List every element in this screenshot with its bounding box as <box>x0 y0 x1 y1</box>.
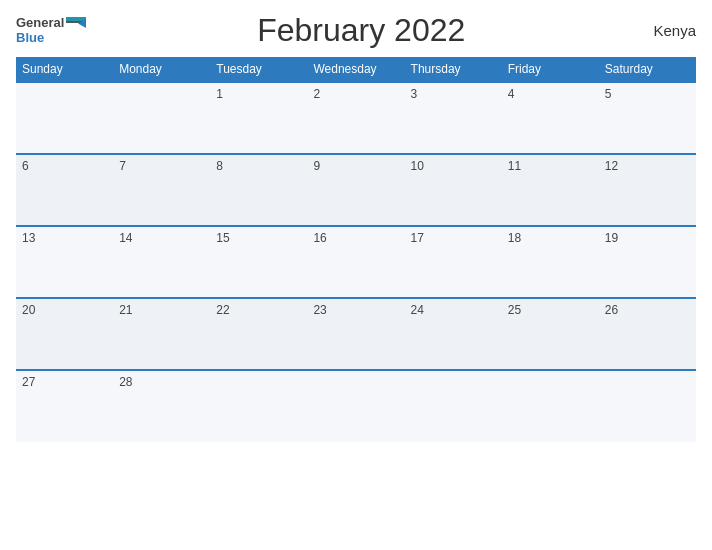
day-number: 28 <box>119 375 132 389</box>
day-number: 12 <box>605 159 618 173</box>
calendar-cell: 28 <box>113 370 210 442</box>
calendar-cell: 17 <box>405 226 502 298</box>
day-number: 23 <box>313 303 326 317</box>
logo-flag-icon <box>66 17 86 30</box>
col-monday: Monday <box>113 57 210 82</box>
col-thursday: Thursday <box>405 57 502 82</box>
calendar-cell: 9 <box>307 154 404 226</box>
calendar-cell: 21 <box>113 298 210 370</box>
day-number: 19 <box>605 231 618 245</box>
calendar-week-row: 6789101112 <box>16 154 696 226</box>
day-number: 4 <box>508 87 515 101</box>
calendar-cell: 27 <box>16 370 113 442</box>
calendar-cell: 4 <box>502 82 599 154</box>
calendar-cell <box>113 82 210 154</box>
calendar-cell: 8 <box>210 154 307 226</box>
weekday-header-row: Sunday Monday Tuesday Wednesday Thursday… <box>16 57 696 82</box>
svg-rect-0 <box>66 17 86 21</box>
calendar-cell <box>210 370 307 442</box>
day-number: 5 <box>605 87 612 101</box>
day-number: 1 <box>216 87 223 101</box>
day-number: 20 <box>22 303 35 317</box>
calendar-cell <box>405 370 502 442</box>
day-number: 22 <box>216 303 229 317</box>
calendar-cell: 6 <box>16 154 113 226</box>
col-wednesday: Wednesday <box>307 57 404 82</box>
calendar-cell: 23 <box>307 298 404 370</box>
calendar-cell: 5 <box>599 82 696 154</box>
calendar-cell <box>307 370 404 442</box>
calendar-cell: 20 <box>16 298 113 370</box>
calendar-cell: 24 <box>405 298 502 370</box>
day-number: 8 <box>216 159 223 173</box>
day-number: 24 <box>411 303 424 317</box>
day-number: 21 <box>119 303 132 317</box>
calendar-cell: 1 <box>210 82 307 154</box>
day-number: 16 <box>313 231 326 245</box>
logo-general-text: General <box>16 16 64 30</box>
calendar-cell: 16 <box>307 226 404 298</box>
calendar-cell <box>599 370 696 442</box>
day-number: 11 <box>508 159 521 173</box>
day-number: 25 <box>508 303 521 317</box>
calendar-week-row: 12345 <box>16 82 696 154</box>
calendar-cell: 22 <box>210 298 307 370</box>
day-number: 3 <box>411 87 418 101</box>
calendar-cell: 13 <box>16 226 113 298</box>
day-number: 17 <box>411 231 424 245</box>
calendar-cell: 2 <box>307 82 404 154</box>
col-friday: Friday <box>502 57 599 82</box>
day-number: 9 <box>313 159 320 173</box>
col-saturday: Saturday <box>599 57 696 82</box>
calendar-cell: 10 <box>405 154 502 226</box>
calendar-cell: 25 <box>502 298 599 370</box>
calendar-cell <box>502 370 599 442</box>
day-number: 10 <box>411 159 424 173</box>
day-number: 2 <box>313 87 320 101</box>
day-number: 13 <box>22 231 35 245</box>
calendar-cell: 14 <box>113 226 210 298</box>
day-number: 7 <box>119 159 126 173</box>
calendar-table: Sunday Monday Tuesday Wednesday Thursday… <box>16 57 696 442</box>
calendar-cell: 19 <box>599 226 696 298</box>
calendar-header: Sunday Monday Tuesday Wednesday Thursday… <box>16 57 696 82</box>
header: General Blue February 2022 Kenya <box>16 12 696 49</box>
calendar-cell: 18 <box>502 226 599 298</box>
country-label: Kenya <box>636 22 696 39</box>
calendar-cell: 12 <box>599 154 696 226</box>
calendar-cell: 3 <box>405 82 502 154</box>
calendar-cell: 26 <box>599 298 696 370</box>
day-number: 15 <box>216 231 229 245</box>
col-sunday: Sunday <box>16 57 113 82</box>
col-tuesday: Tuesday <box>210 57 307 82</box>
day-number: 18 <box>508 231 521 245</box>
day-number: 26 <box>605 303 618 317</box>
logo: General Blue <box>16 16 86 45</box>
page-title: February 2022 <box>86 12 636 49</box>
day-number: 6 <box>22 159 29 173</box>
calendar-week-row: 20212223242526 <box>16 298 696 370</box>
calendar-cell: 7 <box>113 154 210 226</box>
calendar-cell: 11 <box>502 154 599 226</box>
calendar-page: General Blue February 2022 Kenya Sunday … <box>0 0 712 550</box>
logo-blue-text: Blue <box>16 31 44 45</box>
calendar-week-row: 2728 <box>16 370 696 442</box>
calendar-week-row: 13141516171819 <box>16 226 696 298</box>
calendar-body: 1234567891011121314151617181920212223242… <box>16 82 696 442</box>
day-number: 14 <box>119 231 132 245</box>
calendar-cell: 15 <box>210 226 307 298</box>
day-number: 27 <box>22 375 35 389</box>
calendar-cell <box>16 82 113 154</box>
